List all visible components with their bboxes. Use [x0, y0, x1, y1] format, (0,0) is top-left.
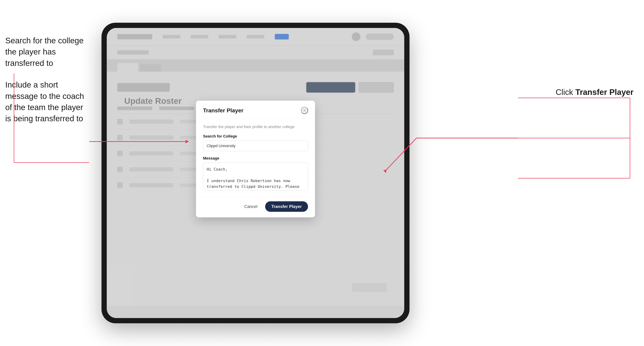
annotation-message-text: Include a short message to the coach of … — [5, 79, 89, 124]
annotation-transfer-player-bold: Transfer Player — [576, 88, 634, 97]
annotation-search-text: Search for the college the player has tr… — [5, 35, 89, 69]
transfer-player-modal: Transfer Player × Transfer the player an… — [196, 101, 315, 217]
modal-body: Transfer the player and their profile to… — [196, 119, 315, 197]
modal-description: Transfer the player and their profile to… — [203, 125, 308, 129]
cancel-button[interactable]: Cancel — [240, 202, 262, 211]
transfer-player-button[interactable]: Transfer Player — [265, 201, 308, 212]
modal-title: Transfer Player — [203, 107, 244, 114]
modal-footer: Cancel Transfer Player — [196, 197, 315, 217]
tablet-frame: Update Roster Transfer Player × Transfer… — [102, 23, 410, 323]
search-college-label: Search for College — [203, 134, 308, 139]
modal-overlay: Transfer Player × Transfer the player an… — [107, 28, 404, 318]
update-roster-title: Update Roster — [124, 96, 182, 106]
annotation-right: Click Transfer Player — [556, 87, 634, 97]
tablet-screen: Update Roster Transfer Player × Transfer… — [107, 28, 404, 318]
message-textarea[interactable]: Hi Coach, I understand Chris Robertson h… — [203, 163, 308, 191]
modal-close-button[interactable]: × — [301, 107, 308, 114]
annotation-left: Search for the college the player has tr… — [5, 35, 89, 135]
modal-header: Transfer Player × — [196, 101, 315, 119]
annotation-click-prefix: Click — [556, 88, 575, 97]
message-label: Message — [203, 156, 308, 161]
search-college-input[interactable] — [203, 141, 308, 151]
